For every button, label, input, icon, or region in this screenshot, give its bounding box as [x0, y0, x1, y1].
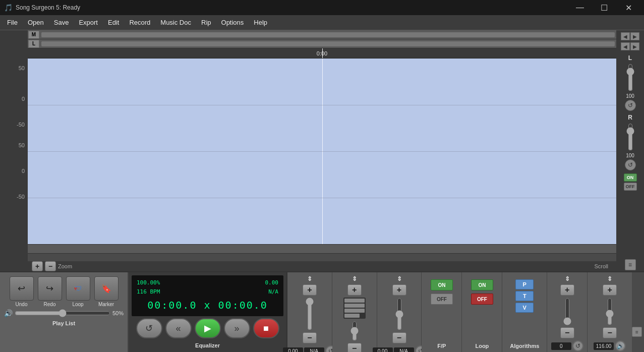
metronome-minus[interactable]: −: [603, 327, 617, 338]
keypitch-value: 0.00: [373, 347, 393, 353]
r-volume-slider[interactable]: [626, 123, 635, 151]
scrollbar-bottom2[interactable]: [28, 253, 616, 261]
menu-file[interactable]: File: [2, 17, 23, 28]
maximize-button[interactable]: ☐: [593, 0, 616, 15]
menu-open[interactable]: Open: [23, 17, 49, 28]
back-button[interactable]: «: [165, 318, 192, 338]
metronome-section: ⇕ + − 116.00 🔊 Metronome: [588, 272, 632, 352]
menu-export[interactable]: Export: [74, 17, 103, 28]
menu-help[interactable]: Help: [249, 17, 272, 28]
loop-button[interactable]: ♥ 🛡: [66, 276, 90, 301]
minimize-button[interactable]: —: [568, 0, 592, 15]
m-button[interactable]: M: [28, 31, 39, 39]
l-scroll-left[interactable]: ◀: [621, 42, 630, 50]
transport-section: ↩ Undo ↪ Redo ♥ 🛡 Loop: [0, 272, 129, 352]
scroll-label: Scroll: [594, 263, 608, 269]
bpm-display: 116 BPM: [137, 287, 160, 297]
redo-button[interactable]: ↪: [38, 276, 62, 301]
r-reset-btn[interactable]: ↺: [625, 159, 636, 170]
loop-section: ON OFF Loop: [462, 272, 502, 352]
undo-button[interactable]: ↩: [10, 276, 34, 301]
zoom-plus-btn[interactable]: +: [32, 261, 43, 271]
vr-slider[interactable]: [562, 298, 572, 325]
keypitch-slider[interactable]: [394, 298, 404, 330]
menu-record[interactable]: Record: [124, 17, 155, 28]
rewind-button[interactable]: ↺: [136, 318, 162, 338]
m-scroll-right[interactable]: ▶: [630, 32, 639, 40]
vr-section: ⇕ + − 0 ↺ VR: [547, 272, 588, 352]
db-label-0-upper: 0: [0, 96, 28, 102]
app-title: Song Surgeon 5: Ready: [16, 4, 568, 11]
volume-slider[interactable]: [15, 310, 110, 317]
tempo-plus[interactable]: +: [347, 284, 362, 296]
tempo-slider[interactable]: [349, 321, 360, 341]
fp-off-btn[interactable]: OFF: [431, 294, 453, 305]
fp-section: ON OFF F/P: [422, 272, 462, 352]
equalizer-label-bottom: Equalizer: [132, 342, 283, 348]
db-label-0-lower: 0: [0, 168, 28, 174]
zoom-section: ⇕ + − 0.00 N/A ↺ Zoom: [287, 272, 332, 352]
play-button[interactable]: ▶: [195, 318, 221, 338]
close-button[interactable]: ✕: [617, 0, 640, 15]
l-scroll-arrows: ◀ ▶: [621, 42, 639, 50]
menu-musicdoc[interactable]: Music Doc: [155, 17, 196, 28]
tempo-header: ⇕: [352, 275, 357, 282]
main-area: 50 0 -50 50 0 -50 M L 0:00: [0, 30, 644, 271]
scrollbar-bottom[interactable]: [28, 244, 616, 253]
algo-t-btn[interactable]: T: [515, 291, 534, 301]
algo-p-btn[interactable]: P: [515, 279, 534, 289]
tempo-minus[interactable]: −: [347, 343, 362, 352]
scroll-on-btn[interactable]: ON: [624, 173, 637, 182]
redo-icon: ↪: [46, 283, 53, 294]
keypitch-minus[interactable]: −: [392, 332, 406, 343]
marker-button[interactable]: 🔖: [94, 276, 119, 301]
algorithms-section: P T V Algorithms: [502, 272, 547, 352]
zoom-minus-btn[interactable]: −: [45, 261, 56, 271]
stop-button[interactable]: ■: [253, 318, 279, 338]
vr-plus[interactable]: +: [560, 284, 574, 296]
m-scroll-left[interactable]: ◀: [621, 32, 630, 40]
vr-minus[interactable]: −: [560, 327, 574, 338]
zoom-minus[interactable]: −: [303, 332, 317, 343]
waveform-display[interactable]: [28, 58, 616, 244]
db-line-1: [28, 105, 616, 105]
scroll-down-btn[interactable]: ≡: [625, 259, 636, 270]
zoom-slider[interactable]: [305, 298, 315, 330]
keypitch-na: N/A: [394, 347, 414, 353]
menu-options[interactable]: Options: [216, 17, 249, 28]
db-label-neg50-lower: -50: [0, 194, 28, 200]
metronome-controls: ⇕ + − 116.00 🔊: [594, 275, 626, 351]
marker-label: Marker: [98, 302, 114, 307]
bottom-panel: ↩ Undo ↪ Redo ♥ 🛡 Loop: [0, 271, 644, 352]
scroll-off-btn[interactable]: OFF: [624, 183, 637, 191]
loop-on-btn[interactable]: ON: [471, 279, 493, 290]
time-row: 00:00.0 x 00:00.0: [137, 297, 278, 313]
metronome-slider[interactable]: [605, 298, 615, 325]
menu-rip[interactable]: Rip: [196, 17, 216, 28]
eq-bar-1: [344, 299, 365, 303]
keypitch-plus[interactable]: +: [392, 284, 406, 296]
section-scroll-btn[interactable]: ≡: [632, 327, 642, 337]
metronome-plus[interactable]: +: [603, 284, 617, 296]
zoom-plus[interactable]: +: [303, 284, 317, 296]
l-volume-slider[interactable]: [626, 64, 635, 91]
menu-save[interactable]: Save: [49, 17, 74, 28]
menu-edit[interactable]: Edit: [103, 17, 124, 28]
l-scroll-right[interactable]: ▶: [630, 42, 639, 50]
window-controls: — ☐ ✕: [568, 0, 640, 15]
algo-section-label: Algorithms: [510, 341, 539, 349]
undo-icon: ↩: [18, 283, 25, 294]
zoom-value: 0.00: [283, 347, 303, 353]
algo-v-btn[interactable]: V: [515, 303, 534, 313]
l-button[interactable]: L: [28, 40, 39, 48]
right-panel: ◀ ▶ ◀ ▶ L 100 ↺ R 100 ↺ ON OFF ≡: [616, 30, 644, 271]
vr-reset[interactable]: ↺: [572, 340, 583, 351]
metronome-reset[interactable]: 🔊: [615, 340, 626, 351]
loop-off-btn[interactable]: OFF: [471, 294, 493, 305]
tempo-section: ⇕ + − 100.00 ↺ Tempo (%): [332, 272, 377, 352]
tempo-eq-display: [343, 298, 366, 319]
l-reset-btn[interactable]: ↺: [625, 100, 636, 111]
forward-button[interactable]: »: [224, 318, 250, 338]
scrollbar-l-row: L: [28, 39, 616, 48]
fp-on-btn[interactable]: ON: [431, 279, 453, 290]
